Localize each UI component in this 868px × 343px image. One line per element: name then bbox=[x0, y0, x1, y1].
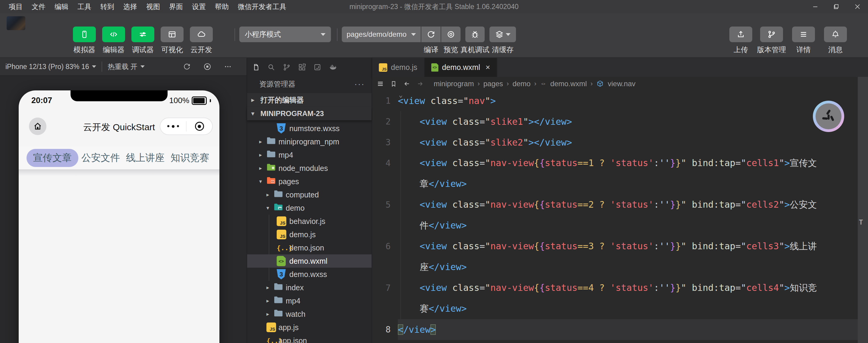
tree-item-mp4[interactable]: ▸mp4 bbox=[247, 148, 372, 161]
code-editor[interactable]: ⌄ 1<view class="nav">2 <view class="slik… bbox=[372, 90, 868, 343]
tree-item-index[interactable]: ▸index bbox=[247, 281, 372, 294]
toggle-编辑器[interactable]: 编辑器 bbox=[102, 27, 125, 55]
editor-panel: JSdemo.js<>demo.wxml× miniprogram›pages›… bbox=[372, 58, 868, 343]
page-select[interactable]: pages/demo/demo bbox=[342, 27, 421, 42]
project-avatar[interactable] bbox=[7, 16, 25, 30]
version-manage-button[interactable]: 版本管理 bbox=[760, 27, 783, 55]
more-menu-button[interactable] bbox=[160, 118, 186, 134]
device-debug-button[interactable] bbox=[465, 27, 485, 42]
tree-item-demo.js[interactable]: JSdemo.js bbox=[247, 228, 372, 241]
tree-item-miniprogram_npm[interactable]: ▸miniprogram_npm bbox=[247, 135, 372, 148]
section-project[interactable]: ▾ MINIPROGRAM-23 bbox=[247, 107, 372, 120]
mode-select[interactable]: 小程序模式 bbox=[239, 27, 331, 42]
maximize-button[interactable] bbox=[826, 0, 847, 13]
menu-item[interactable]: 转到 bbox=[96, 0, 119, 13]
code-line[interactable]: 章</view> bbox=[372, 174, 868, 194]
npm-panel-icon[interactable] bbox=[313, 63, 322, 72]
menu-item[interactable]: 界面 bbox=[164, 0, 187, 13]
code-line[interactable]: 3 <view class="slike2"></view> bbox=[372, 132, 868, 153]
tree-item-behavior.js[interactable]: JSbehavior.js bbox=[247, 215, 372, 228]
toggle-可视化[interactable]: 可视化 bbox=[161, 27, 184, 55]
search-icon[interactable] bbox=[267, 63, 276, 72]
tree-item-node_modules[interactable]: ▸node_modules bbox=[247, 161, 372, 175]
source-control-icon[interactable] bbox=[282, 63, 291, 72]
details-button[interactable]: 详情 bbox=[792, 27, 815, 55]
ai-assistant-badge[interactable] bbox=[813, 101, 844, 132]
nav-shadow bbox=[19, 169, 219, 176]
code-line[interactable]: 6 <view class="nav-view{{status==3 ? 'st… bbox=[372, 236, 868, 257]
menu-item[interactable]: 设置 bbox=[187, 0, 210, 13]
tree-item-numstore.wxss[interactable]: 3numstore.wxss bbox=[247, 122, 372, 135]
code-line[interactable]: 4 <view class="nav-view{{status==1 ? 'st… bbox=[372, 153, 868, 174]
menu-item[interactable]: 项目 bbox=[4, 0, 27, 13]
wechat-devtools-window: 项目文件编辑工具转到选择视图界面设置帮助微信开发者工具 miniprogram-… bbox=[0, 0, 868, 343]
breadcrumb-item-demo.wxml[interactable]: demo.wxml bbox=[550, 80, 587, 88]
preview-button[interactable] bbox=[441, 27, 461, 42]
menu-item[interactable]: 编辑 bbox=[50, 0, 73, 13]
tree-item-demo[interactable]: ▾demo bbox=[247, 201, 372, 215]
tree-item-watch[interactable]: ▸watch bbox=[247, 307, 372, 321]
compile-button[interactable] bbox=[421, 27, 441, 42]
folder-node-icon bbox=[267, 163, 276, 173]
menu-item[interactable]: 选择 bbox=[119, 0, 142, 13]
tree-item-pages[interactable]: ▾<>pages bbox=[247, 175, 372, 188]
editor-tab-demo.wxml[interactable]: <>demo.wxml× bbox=[425, 58, 498, 77]
fold-chevron-icon[interactable]: ⌄ bbox=[399, 91, 403, 99]
mini-tab-线上讲座[interactable]: 线上讲座 bbox=[123, 149, 167, 167]
device-selector[interactable]: iPhone 12/13 (Pro) 83% 16 bbox=[0, 58, 101, 75]
code-line[interactable]: 8</view> bbox=[372, 319, 868, 340]
upload-button[interactable]: 上传 bbox=[730, 27, 752, 55]
clear-cache-button[interactable] bbox=[490, 27, 516, 42]
hamburger-icon[interactable] bbox=[376, 79, 385, 88]
tree-item-demo.wxss[interactable]: 3demo.wxss bbox=[247, 268, 372, 281]
tree-item-mp4[interactable]: ▸mp4 bbox=[247, 294, 372, 307]
exit-miniprogram-button[interactable] bbox=[187, 118, 212, 134]
messages-button[interactable]: 消息 bbox=[824, 27, 847, 55]
tree-item-demo.json[interactable]: {..}demo.json bbox=[247, 241, 372, 254]
files-icon[interactable] bbox=[251, 63, 260, 72]
chevron-down-icon: ▾ bbox=[259, 178, 262, 185]
mini-tab-宣传文章[interactable]: 宣传文章 bbox=[27, 149, 79, 167]
docker-icon[interactable] bbox=[328, 63, 337, 72]
menu-item[interactable]: 工具 bbox=[73, 0, 96, 13]
toggle-调试器[interactable]: 调试器 bbox=[131, 27, 154, 55]
breadcrumb-item-demo[interactable]: demo bbox=[513, 80, 530, 88]
hot-reload-selector[interactable]: 热重载 开 bbox=[102, 58, 150, 75]
toggle-云开发[interactable]: 云开发 bbox=[190, 27, 213, 55]
tree-item-app.json[interactable]: {..}app.json bbox=[247, 334, 372, 343]
code-line[interactable]: 座</view> bbox=[372, 257, 868, 278]
tree-item-demo.wxml[interactable]: <>demo.wxml bbox=[247, 254, 372, 268]
forward-arrow-icon[interactable] bbox=[415, 79, 425, 88]
close-button[interactable] bbox=[847, 0, 868, 13]
menu-item[interactable]: 帮助 bbox=[210, 0, 233, 13]
menu-item[interactable]: 文件 bbox=[27, 0, 50, 13]
extensions-icon[interactable] bbox=[298, 63, 307, 72]
explorer-more-button[interactable]: ··· bbox=[354, 80, 365, 89]
code-line[interactable]: 1<view class="nav"> bbox=[372, 90, 868, 111]
code-line[interactable]: 5 <view class="nav-view{{status==2 ? 'st… bbox=[372, 194, 868, 215]
stop-icon[interactable] bbox=[201, 60, 214, 73]
tree-item-app.js[interactable]: JSapp.js bbox=[247, 321, 372, 334]
mini-tab-公安文件[interactable]: 公安文件 bbox=[79, 149, 123, 167]
menu-item[interactable]: 视图 bbox=[142, 0, 164, 13]
code-line[interactable]: 赛</view> bbox=[372, 299, 868, 319]
back-arrow-icon[interactable] bbox=[402, 79, 411, 88]
bookmark-icon[interactable] bbox=[389, 79, 398, 88]
code-line[interactable]: 7 <view class="nav-view{{status==4 ? 'st… bbox=[372, 278, 868, 299]
breadcrumb-item-miniprogram[interactable]: miniprogram bbox=[434, 80, 474, 88]
editor-tab-demo.js[interactable]: JSdemo.js bbox=[372, 58, 425, 77]
code-line[interactable]: 件</view> bbox=[372, 215, 868, 236]
breadcrumb-item-pages[interactable]: pages bbox=[484, 80, 503, 88]
code-line[interactable]: 2 <view class="slike1"></view> bbox=[372, 111, 868, 132]
minimize-button[interactable] bbox=[805, 0, 826, 13]
close-tab-icon[interactable]: × bbox=[486, 63, 490, 72]
menu-item[interactable]: 微信开发者工具 bbox=[233, 0, 291, 13]
more-icon[interactable] bbox=[221, 60, 235, 73]
toggle-模拟器[interactable]: 模拟器 bbox=[73, 27, 96, 55]
refresh-icon[interactable] bbox=[180, 60, 193, 73]
breadcrumb-item-view.nav[interactable]: view.nav bbox=[608, 80, 635, 88]
editor-scrollbar[interactable]: T bbox=[858, 77, 868, 343]
section-open-editors[interactable]: ▸ 打开的编辑器 bbox=[247, 93, 372, 107]
mini-tab-知识竞赛[interactable]: 知识竞赛 bbox=[167, 149, 212, 167]
tree-item-computed[interactable]: ▸computed bbox=[247, 188, 372, 201]
